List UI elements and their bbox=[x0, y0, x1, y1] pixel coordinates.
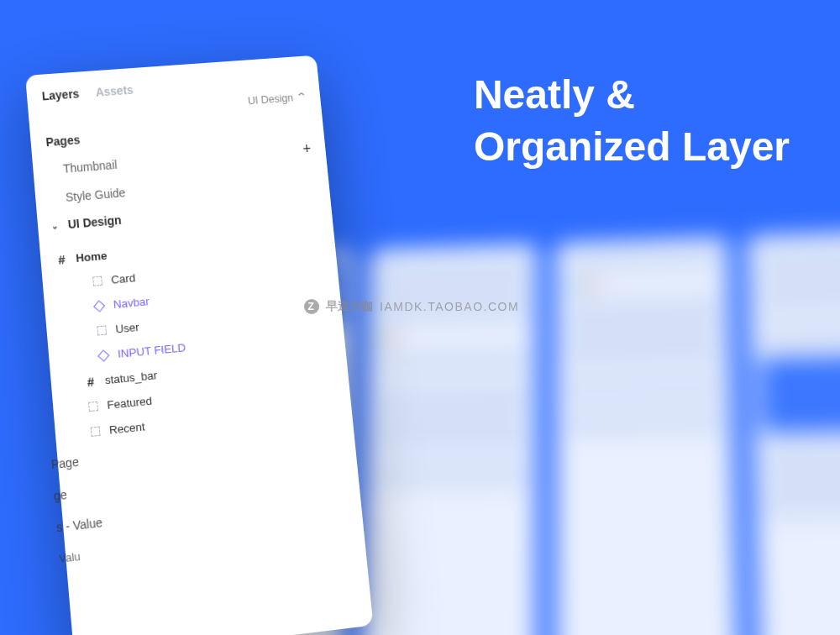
tab-assets[interactable]: Assets bbox=[95, 83, 134, 99]
layer-label: status_bar bbox=[104, 369, 158, 386]
watermark-zh: 早道大咖 bbox=[326, 299, 373, 314]
frame-icon bbox=[55, 253, 68, 265]
layer-label: INPUT FIELD bbox=[117, 341, 186, 360]
chevron-down-icon bbox=[51, 221, 59, 231]
page-label: Style Guide bbox=[65, 186, 126, 204]
component-icon bbox=[93, 299, 106, 312]
frame-icon bbox=[84, 375, 97, 388]
add-page-icon[interactable]: + bbox=[302, 140, 312, 158]
page-label: UI Design bbox=[67, 213, 122, 231]
hero-title: Neatly & Organized Layer bbox=[474, 69, 790, 174]
layers-panel: Layers Assets UI Design Pages Thumbnail … bbox=[25, 55, 373, 635]
hero-line2: Organized Layer bbox=[474, 121, 790, 173]
watermark-en: IAMDK.TAOBAO.COM bbox=[380, 300, 519, 313]
watermark-icon: Z bbox=[304, 299, 319, 314]
hero-line1: Neatly & bbox=[474, 69, 790, 121]
layer-label: Navbar bbox=[113, 295, 150, 311]
component-icon bbox=[97, 349, 110, 362]
chevron-up-icon bbox=[297, 91, 307, 103]
group-icon bbox=[91, 275, 103, 287]
dropdown-label: UI Design bbox=[247, 92, 293, 108]
tab-layers[interactable]: Layers bbox=[41, 87, 80, 102]
group-icon bbox=[87, 400, 99, 413]
layer-label: Recent bbox=[108, 420, 145, 437]
page-label: Thumbnail bbox=[62, 157, 118, 175]
group-icon bbox=[89, 425, 102, 438]
layer-label: Home bbox=[76, 249, 108, 265]
watermark: Z 早道大咖 IAMDK.TAOBAO.COM bbox=[304, 299, 519, 314]
layer-label: Card bbox=[111, 271, 136, 286]
layer-label: Featured bbox=[107, 394, 153, 412]
layer-label: User bbox=[115, 321, 139, 336]
group-icon bbox=[95, 324, 108, 338]
